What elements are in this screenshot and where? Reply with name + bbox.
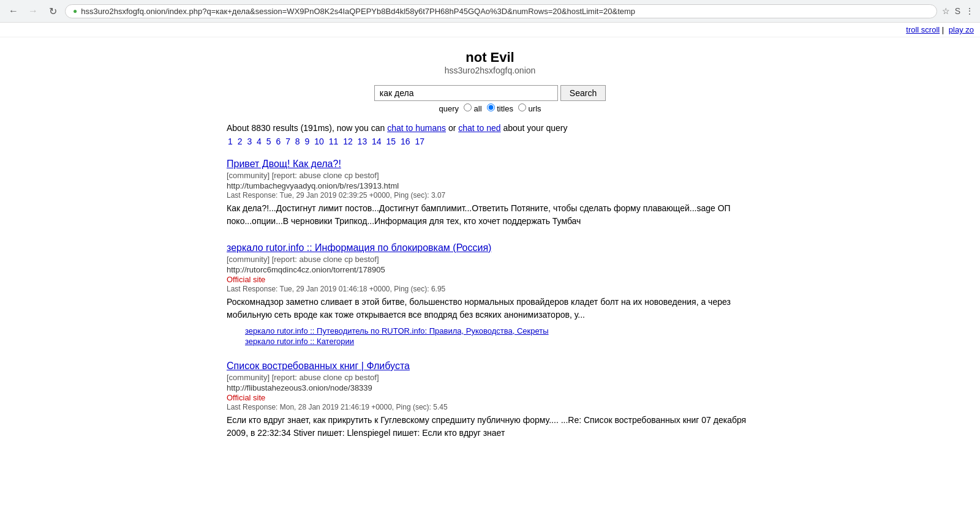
result-title-link-1[interactable]: зеркало rutor.info :: Информация по блок… — [227, 242, 491, 253]
page-link-8[interactable]: 8 — [295, 137, 300, 146]
search-button[interactable]: Search — [560, 85, 606, 101]
top-links: troll scroll | play zo — [0, 23, 980, 37]
result-url-1: http://rutorc6mqdinc4cz.onion/torrent/17… — [227, 265, 753, 274]
result-ping-1: Last Response: Tue, 29 Jan 2019 01:46:18… — [227, 285, 753, 293]
results-container: Привет Двощ! Как дела?![community] [repo… — [227, 159, 753, 440]
browser-actions: ☆ S ⋮ — [942, 6, 974, 16]
page-link-12[interactable]: 12 — [343, 137, 353, 146]
troll-scroll-link[interactable]: troll scroll — [906, 25, 940, 34]
page-link-5[interactable]: 5 — [266, 137, 271, 146]
search-container: Search query all titles urls — [227, 85, 753, 113]
site-title: not Evil — [227, 50, 753, 66]
result-meta-0: [community] [report: abuse clone cp best… — [227, 171, 753, 180]
all-radio[interactable] — [464, 103, 472, 111]
titles-label: titles — [497, 104, 513, 113]
urls-radio-label[interactable]: urls — [518, 103, 541, 113]
lock-icon: ● — [73, 7, 77, 15]
reload-button[interactable]: ↻ — [45, 4, 60, 18]
search-options: query all titles urls — [227, 103, 753, 113]
page-link-3[interactable]: 3 — [247, 137, 252, 146]
results-info: About 8830 results (191ms), now you can … — [227, 123, 753, 133]
result-title-2: Список востребованных книг | Флибуста — [227, 361, 753, 372]
urls-label: urls — [529, 104, 541, 113]
sublink-1-1[interactable]: зеркало rutor.info :: Категории — [245, 337, 753, 346]
result-snippet-2: Если кто вдруг знает, как прикрутить к Г… — [227, 414, 753, 440]
result-ping-2: Last Response: Mon, 28 Jan 2019 21:46:19… — [227, 403, 753, 411]
page-link-1[interactable]: 1 — [228, 137, 233, 146]
result-url-0: http://tumbachegvyaadyq.onion/b/res/1391… — [227, 181, 753, 190]
page-link-7[interactable]: 7 — [285, 137, 290, 146]
sync-button[interactable]: S — [955, 6, 960, 16]
menu-button[interactable]: ⋮ — [965, 6, 974, 16]
page-link-2[interactable]: 2 — [238, 137, 243, 146]
result-meta-1: [community] [report: abuse clone cp best… — [227, 255, 753, 264]
titles-radio[interactable] — [487, 103, 495, 111]
urls-radio[interactable] — [518, 103, 526, 111]
play-zo-link[interactable]: play zo — [949, 25, 974, 34]
page-link-10[interactable]: 10 — [314, 137, 324, 146]
result-meta-2: [community] [report: abuse clone cp best… — [227, 373, 753, 382]
about-text: about your query — [503, 123, 567, 133]
result-official-2: Official site — [227, 393, 753, 402]
result-title-1: зеркало rutor.info :: Информация по блок… — [227, 242, 753, 253]
result-item-1: зеркало rutor.info :: Информация по блок… — [227, 242, 753, 346]
query-label: query — [439, 104, 459, 113]
search-input[interactable] — [374, 85, 558, 101]
chat-humans-link[interactable]: chat to humans — [387, 123, 446, 133]
result-snippet-0: Как дела?!...Достигнут лимит постов...До… — [227, 202, 753, 228]
all-radio-label[interactable]: all — [464, 103, 482, 113]
forward-button[interactable]: → — [26, 4, 40, 18]
browser-chrome: ← → ↻ ● hss3uro2hsxfogfq.onion/index.php… — [0, 0, 980, 23]
all-label: all — [474, 104, 482, 113]
address-bar[interactable]: ● hss3uro2hsxfogfq.onion/index.php?q=как… — [65, 4, 937, 18]
result-title-link-2[interactable]: Список востребованных книг | Флибуста — [227, 361, 410, 371]
pagination: 1 2 3 4 5 6 7 8 9 10 11 12 13 14 15 16 1… — [227, 137, 753, 146]
result-url-2: http://flibustahezeous3.onion/node/38339 — [227, 383, 753, 392]
page-link-16[interactable]: 16 — [401, 137, 410, 146]
page-link-11[interactable]: 11 — [329, 137, 339, 146]
result-official-1: Official site — [227, 275, 753, 284]
site-subtitle: hss3uro2hsxfogfq.onion — [227, 66, 753, 75]
url-text: hss3uro2hsxfogfq.onion/index.php?q=как+д… — [81, 7, 635, 16]
result-ping-0: Last Response: Tue, 29 Jan 2019 02:39:25… — [227, 191, 753, 200]
page-link-9[interactable]: 9 — [305, 137, 310, 146]
result-item-2: Список востребованных книг | Флибуста[co… — [227, 361, 753, 440]
page-link-6[interactable]: 6 — [276, 137, 281, 146]
titles-radio-label[interactable]: titles — [487, 103, 513, 113]
chat-ned-link[interactable]: chat to ned — [458, 123, 500, 133]
page-link-17[interactable]: 17 — [415, 137, 424, 146]
bookmark-button[interactable]: ☆ — [942, 6, 950, 16]
or-text: or — [448, 123, 456, 133]
page-link-13[interactable]: 13 — [358, 137, 368, 146]
sublink-1-0[interactable]: зеркало rutor.info :: Путеводитель по RU… — [245, 326, 753, 335]
search-form: Search — [374, 85, 606, 101]
page-link-14[interactable]: 14 — [372, 137, 382, 146]
site-header: not Evil hss3uro2hsxfogfq.onion — [227, 50, 753, 75]
back-button[interactable]: ← — [6, 4, 21, 18]
results-summary: About 8830 results (191ms), now you can — [227, 123, 385, 133]
page-content: not Evil hss3uro2hsxfogfq.onion Search q… — [214, 37, 766, 466]
result-title-0: Привет Двощ! Как дела?! — [227, 159, 753, 170]
page-link-15[interactable]: 15 — [386, 137, 396, 146]
result-snippet-1: Роскомнадзор заметно сливает в этой битв… — [227, 296, 753, 321]
page-link-4[interactable]: 4 — [257, 137, 262, 146]
result-sublinks-1: зеркало rutor.info :: Путеводитель по RU… — [245, 326, 753, 346]
result-item-0: Привет Двощ! Как дела?![community] [repo… — [227, 159, 753, 228]
result-title-link-0[interactable]: Привет Двощ! Как дела?! — [227, 159, 341, 169]
